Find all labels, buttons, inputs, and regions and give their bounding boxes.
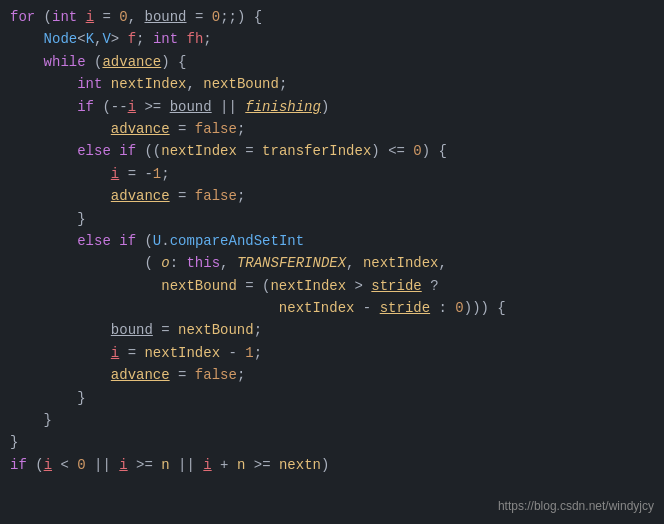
code-line-4: int nextIndex, nextBound;	[10, 73, 654, 95]
code-line-13: nextBound = (nextIndex > stride ?	[10, 275, 654, 297]
code-line-3: while (advance) {	[10, 51, 654, 73]
watermark: https://blog.csdn.net/windyjcy	[498, 497, 654, 516]
code-line-8: i = -1;	[10, 163, 654, 185]
code-line-18: }	[10, 387, 654, 409]
code-line-12: ( o: this, TRANSFERINDEX, nextIndex,	[10, 252, 654, 274]
code-line-7: else if ((nextIndex = transferIndex) <= …	[10, 140, 654, 162]
code-line-2: Node<K,V> f; int fh;	[10, 28, 654, 50]
code-line-17: advance = false;	[10, 364, 654, 386]
code-line-10: }	[10, 208, 654, 230]
code-line-16: i = nextIndex - 1;	[10, 342, 654, 364]
code-line-20: }	[10, 431, 654, 453]
code-line-15: bound = nextBound;	[10, 319, 654, 341]
code-line-14: nextIndex - stride : 0))) {	[10, 297, 654, 319]
code-editor: for (int i = 0, bound = 0;;) { Node<K,V>…	[0, 0, 664, 524]
code-line-19: }	[10, 409, 654, 431]
code-line-6: advance = false;	[10, 118, 654, 140]
code-line-21: if (i < 0 || i >= n || i + n >= nextn)	[10, 454, 654, 476]
code-line-11: else if (U.compareAndSetInt	[10, 230, 654, 252]
code-line-9: advance = false;	[10, 185, 654, 207]
code-line-5: if (--i >= bound || finishing)	[10, 96, 654, 118]
code-line-1: for (int i = 0, bound = 0;;) {	[10, 6, 654, 28]
